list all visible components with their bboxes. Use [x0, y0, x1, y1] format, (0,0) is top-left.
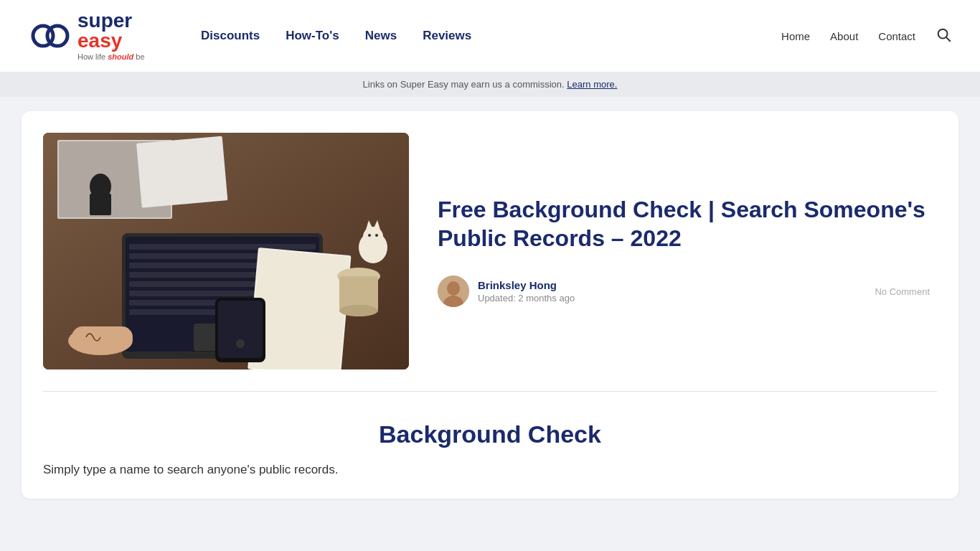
svg-point-36	[368, 234, 371, 237]
section-desc: Simply type a name to search anyone's pu…	[43, 463, 937, 477]
author-name: Brinksley Hong	[478, 279, 866, 291]
right-nav: Home About Contact	[781, 27, 951, 45]
article-title: Free Background Check | Search Someone's…	[438, 195, 930, 253]
svg-rect-9	[90, 194, 111, 215]
logo-super: super	[77, 9, 132, 32]
svg-point-26	[236, 339, 245, 348]
nav-howtos[interactable]: How-To's	[286, 29, 339, 43]
svg-point-37	[375, 234, 378, 237]
article-image	[43, 133, 409, 369]
article-card: Free Background Check | Search Someone's…	[22, 111, 958, 499]
nav-reviews[interactable]: Reviews	[423, 29, 471, 43]
author-row: Brinksley Hong Updated: 2 months ago No …	[438, 276, 930, 307]
learn-more-link[interactable]: Learn more.	[567, 79, 617, 90]
svg-point-33	[363, 227, 383, 247]
nav-news[interactable]: News	[365, 29, 397, 43]
author-info: Brinksley Hong Updated: 2 months ago	[478, 279, 866, 303]
svg-rect-10	[136, 136, 227, 208]
logo-text: super easy How life should be	[77, 11, 145, 61]
no-comment-label: No Comment	[875, 286, 930, 297]
svg-rect-13	[129, 244, 316, 250]
svg-rect-25	[218, 301, 263, 358]
svg-point-1	[47, 26, 67, 46]
svg-point-31	[339, 305, 378, 316]
author-avatar	[438, 276, 469, 307]
nav-home[interactable]: Home	[781, 30, 810, 42]
main-content: Free Background Check | Search Someone's…	[0, 97, 980, 520]
author-updated: Updated: 2 months ago	[478, 293, 866, 303]
logo-brand: super easy	[77, 11, 145, 51]
article-top: Free Background Check | Search Someone's…	[22, 111, 958, 391]
nav-contact[interactable]: Contact	[878, 30, 915, 42]
site-header: super easy How life should be Discounts …	[0, 0, 980, 72]
article-body: Background Check Simply type a name to s…	[22, 392, 958, 499]
nav-about[interactable]: About	[830, 30, 858, 42]
svg-point-39	[447, 281, 460, 296]
article-meta: Free Background Check | Search Someone's…	[438, 188, 930, 314]
logo-tagline: How life should be	[77, 52, 145, 61]
logo[interactable]: super easy How life should be	[29, 11, 158, 61]
section-title: Background Check	[43, 420, 937, 448]
search-icon[interactable]	[936, 27, 951, 45]
logo-icon	[29, 14, 72, 57]
notice-bar: Links on Super Easy may earn us a commis…	[0, 72, 980, 97]
main-nav: Discounts How-To's News Reviews	[201, 29, 781, 43]
logo-easy: easy	[77, 29, 122, 52]
svg-rect-28	[72, 326, 133, 348]
svg-line-3	[946, 37, 950, 41]
nav-discounts[interactable]: Discounts	[201, 29, 260, 43]
